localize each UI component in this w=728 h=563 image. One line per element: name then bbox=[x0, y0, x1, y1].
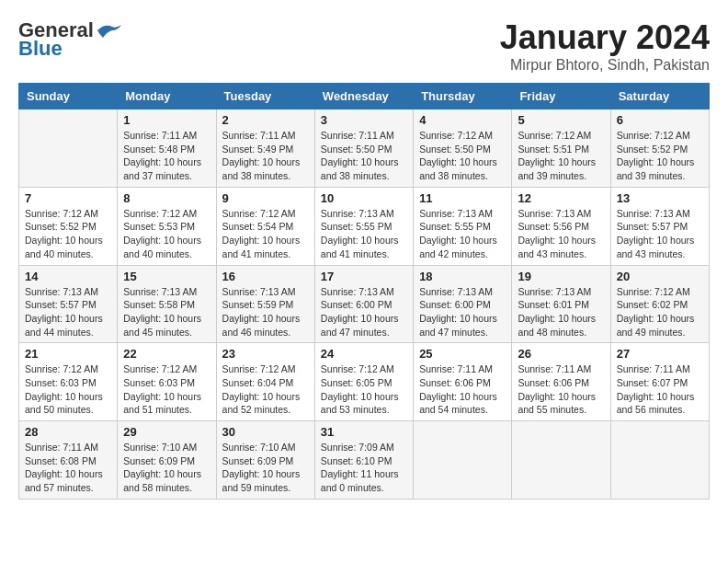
logo-blue-text: Blue bbox=[18, 37, 63, 61]
page-header: General Blue January 2024 Mirpur Bhtoro,… bbox=[18, 18, 710, 74]
calendar-cell: 24Sunrise: 7:12 AM Sunset: 6:05 PM Dayli… bbox=[314, 343, 413, 421]
day-info: Sunrise: 7:13 AM Sunset: 5:59 PM Dayligh… bbox=[222, 285, 309, 339]
calendar-cell: 14Sunrise: 7:13 AM Sunset: 5:57 PM Dayli… bbox=[19, 265, 118, 343]
day-number: 16 bbox=[222, 270, 309, 283]
calendar-cell: 31Sunrise: 7:09 AM Sunset: 6:10 PM Dayli… bbox=[314, 421, 413, 500]
calendar-cell: 16Sunrise: 7:13 AM Sunset: 5:59 PM Dayli… bbox=[216, 265, 314, 343]
day-info: Sunrise: 7:12 AM Sunset: 5:51 PM Dayligh… bbox=[518, 129, 604, 183]
calendar-cell: 27Sunrise: 7:11 AM Sunset: 6:07 PM Dayli… bbox=[610, 343, 709, 421]
calendar-cell: 18Sunrise: 7:13 AM Sunset: 6:00 PM Dayli… bbox=[414, 265, 512, 343]
day-number: 31 bbox=[321, 425, 407, 439]
calendar-cell bbox=[512, 421, 610, 500]
day-number: 18 bbox=[419, 270, 506, 283]
calendar-title: January 2024 bbox=[500, 18, 710, 57]
calendar-cell bbox=[610, 421, 709, 500]
day-info: Sunrise: 7:12 AM Sunset: 5:50 PM Dayligh… bbox=[419, 129, 506, 183]
day-info: Sunrise: 7:12 AM Sunset: 5:54 PM Dayligh… bbox=[222, 207, 309, 261]
day-number: 28 bbox=[25, 425, 111, 439]
logo: General Blue bbox=[18, 18, 123, 61]
calendar-cell: 2Sunrise: 7:11 AM Sunset: 5:49 PM Daylig… bbox=[216, 109, 314, 188]
calendar-week-row: 21Sunrise: 7:12 AM Sunset: 6:03 PM Dayli… bbox=[19, 343, 710, 421]
calendar-cell bbox=[19, 109, 118, 188]
day-number: 11 bbox=[419, 191, 506, 205]
calendar-cell: 8Sunrise: 7:12 AM Sunset: 5:53 PM Daylig… bbox=[118, 187, 216, 265]
day-number: 13 bbox=[617, 191, 703, 205]
day-of-week-header: Monday bbox=[118, 84, 216, 109]
day-number: 26 bbox=[518, 347, 604, 361]
day-info: Sunrise: 7:12 AM Sunset: 6:04 PM Dayligh… bbox=[222, 362, 309, 417]
title-block: January 2024 Mirpur Bhtoro, Sindh, Pakis… bbox=[500, 18, 710, 74]
calendar-table: SundayMondayTuesdayWednesdayThursdayFrid… bbox=[18, 83, 710, 500]
day-number: 29 bbox=[123, 425, 210, 439]
calendar-location: Mirpur Bhtoro, Sindh, Pakistan bbox=[500, 57, 710, 74]
calendar-cell: 20Sunrise: 7:12 AM Sunset: 6:02 PM Dayli… bbox=[610, 265, 709, 343]
day-number: 24 bbox=[321, 347, 407, 361]
calendar-cell: 7Sunrise: 7:12 AM Sunset: 5:52 PM Daylig… bbox=[19, 187, 118, 265]
day-of-week-header: Thursday bbox=[414, 84, 512, 109]
day-info: Sunrise: 7:13 AM Sunset: 5:58 PM Dayligh… bbox=[123, 285, 210, 339]
day-number: 27 bbox=[617, 347, 703, 361]
day-of-week-header: Wednesday bbox=[314, 84, 413, 109]
day-info: Sunrise: 7:12 AM Sunset: 6:02 PM Dayligh… bbox=[617, 285, 703, 339]
day-info: Sunrise: 7:13 AM Sunset: 6:00 PM Dayligh… bbox=[321, 285, 407, 339]
day-number: 21 bbox=[25, 347, 111, 361]
calendar-cell: 19Sunrise: 7:13 AM Sunset: 6:01 PM Dayli… bbox=[512, 265, 610, 343]
calendar-cell: 9Sunrise: 7:12 AM Sunset: 5:54 PM Daylig… bbox=[216, 187, 314, 265]
day-info: Sunrise: 7:13 AM Sunset: 5:56 PM Dayligh… bbox=[518, 207, 604, 261]
calendar-cell: 1Sunrise: 7:11 AM Sunset: 5:48 PM Daylig… bbox=[118, 109, 216, 188]
day-of-week-header: Sunday bbox=[19, 84, 118, 109]
day-info: Sunrise: 7:13 AM Sunset: 5:57 PM Dayligh… bbox=[25, 285, 111, 339]
calendar-cell bbox=[414, 421, 512, 500]
day-number: 25 bbox=[419, 347, 506, 361]
day-info: Sunrise: 7:11 AM Sunset: 5:49 PM Dayligh… bbox=[222, 129, 309, 183]
day-info: Sunrise: 7:12 AM Sunset: 5:52 PM Dayligh… bbox=[25, 207, 111, 261]
day-info: Sunrise: 7:11 AM Sunset: 6:06 PM Dayligh… bbox=[419, 362, 506, 417]
calendar-cell: 13Sunrise: 7:13 AM Sunset: 5:57 PM Dayli… bbox=[610, 187, 709, 265]
calendar-cell: 5Sunrise: 7:12 AM Sunset: 5:51 PM Daylig… bbox=[512, 109, 610, 188]
day-of-week-header: Tuesday bbox=[216, 84, 314, 109]
calendar-header-row: SundayMondayTuesdayWednesdayThursdayFrid… bbox=[19, 84, 710, 109]
day-number: 6 bbox=[617, 113, 703, 127]
day-info: Sunrise: 7:13 AM Sunset: 6:01 PM Dayligh… bbox=[518, 285, 604, 339]
day-info: Sunrise: 7:13 AM Sunset: 5:57 PM Dayligh… bbox=[617, 207, 703, 261]
calendar-cell: 11Sunrise: 7:13 AM Sunset: 5:55 PM Dayli… bbox=[414, 187, 512, 265]
day-number: 19 bbox=[518, 270, 604, 283]
calendar-cell: 28Sunrise: 7:11 AM Sunset: 6:08 PM Dayli… bbox=[19, 421, 118, 500]
day-info: Sunrise: 7:11 AM Sunset: 6:07 PM Dayligh… bbox=[617, 362, 703, 417]
calendar-week-row: 1Sunrise: 7:11 AM Sunset: 5:48 PM Daylig… bbox=[19, 109, 710, 188]
day-number: 3 bbox=[321, 113, 407, 127]
calendar-cell: 30Sunrise: 7:10 AM Sunset: 6:09 PM Dayli… bbox=[216, 421, 314, 500]
day-number: 12 bbox=[518, 191, 604, 205]
calendar-cell: 15Sunrise: 7:13 AM Sunset: 5:58 PM Dayli… bbox=[118, 265, 216, 343]
day-info: Sunrise: 7:12 AM Sunset: 5:52 PM Dayligh… bbox=[617, 129, 703, 183]
day-info: Sunrise: 7:12 AM Sunset: 5:53 PM Dayligh… bbox=[123, 207, 210, 261]
calendar-cell: 12Sunrise: 7:13 AM Sunset: 5:56 PM Dayli… bbox=[512, 187, 610, 265]
calendar-cell: 25Sunrise: 7:11 AM Sunset: 6:06 PM Dayli… bbox=[414, 343, 512, 421]
calendar-cell: 21Sunrise: 7:12 AM Sunset: 6:03 PM Dayli… bbox=[19, 343, 118, 421]
calendar-cell: 23Sunrise: 7:12 AM Sunset: 6:04 PM Dayli… bbox=[216, 343, 314, 421]
calendar-cell: 22Sunrise: 7:12 AM Sunset: 6:03 PM Dayli… bbox=[118, 343, 216, 421]
day-number: 4 bbox=[419, 113, 506, 127]
calendar-cell: 26Sunrise: 7:11 AM Sunset: 6:06 PM Dayli… bbox=[512, 343, 610, 421]
day-info: Sunrise: 7:12 AM Sunset: 6:05 PM Dayligh… bbox=[321, 362, 407, 417]
calendar-cell: 10Sunrise: 7:13 AM Sunset: 5:55 PM Dayli… bbox=[314, 187, 413, 265]
day-number: 15 bbox=[123, 270, 210, 283]
day-number: 17 bbox=[321, 270, 407, 283]
day-number: 1 bbox=[123, 113, 210, 127]
day-info: Sunrise: 7:11 AM Sunset: 6:06 PM Dayligh… bbox=[518, 362, 604, 417]
calendar-week-row: 28Sunrise: 7:11 AM Sunset: 6:08 PM Dayli… bbox=[19, 421, 710, 500]
day-number: 23 bbox=[222, 347, 309, 361]
calendar-cell: 17Sunrise: 7:13 AM Sunset: 6:00 PM Dayli… bbox=[314, 265, 413, 343]
calendar-cell: 4Sunrise: 7:12 AM Sunset: 5:50 PM Daylig… bbox=[414, 109, 512, 188]
day-info: Sunrise: 7:12 AM Sunset: 6:03 PM Dayligh… bbox=[123, 362, 210, 417]
day-number: 2 bbox=[222, 113, 309, 127]
day-info: Sunrise: 7:13 AM Sunset: 6:00 PM Dayligh… bbox=[419, 285, 506, 339]
day-info: Sunrise: 7:13 AM Sunset: 5:55 PM Dayligh… bbox=[419, 207, 506, 261]
calendar-week-row: 7Sunrise: 7:12 AM Sunset: 5:52 PM Daylig… bbox=[19, 187, 710, 265]
logo-bird-icon bbox=[96, 21, 123, 40]
calendar-cell: 6Sunrise: 7:12 AM Sunset: 5:52 PM Daylig… bbox=[610, 109, 709, 188]
day-info: Sunrise: 7:11 AM Sunset: 5:50 PM Dayligh… bbox=[321, 129, 407, 183]
day-info: Sunrise: 7:10 AM Sunset: 6:09 PM Dayligh… bbox=[123, 441, 210, 495]
day-number: 8 bbox=[123, 191, 210, 205]
day-of-week-header: Friday bbox=[512, 84, 610, 109]
